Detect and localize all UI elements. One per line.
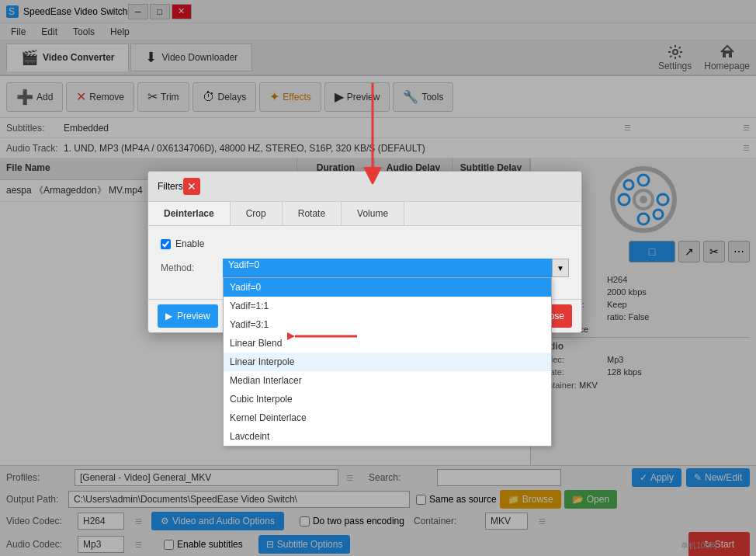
dropdown-item-yadif31[interactable]: Yadif=3:1 [224, 315, 551, 334]
modal-tab-crop[interactable]: Crop [231, 202, 283, 225]
modal-tab-deinterlace[interactable]: Deinterlace [148, 202, 231, 225]
method-label: Method: [161, 262, 223, 273]
modal-preview-label: Preview [177, 311, 210, 321]
modal-body: Enable Method: Yadif=0 ▼ Yadif=0 Yadif=1… [148, 226, 581, 299]
enable-label: Enable [175, 238, 204, 249]
modal-tab-rotate[interactable]: Rotate [283, 202, 342, 225]
dropdown-item-kernel-deinterlace[interactable]: Kernel Deinterlace [224, 408, 551, 427]
modal-tab-volume[interactable]: Volume [342, 202, 404, 225]
filters-modal: Filters ✕ Deinterlace Crop Rotate Volume… [147, 171, 582, 333]
modal-close-button[interactable]: ✕ [183, 178, 200, 195]
modal-overlay: Filters ✕ Deinterlace Crop Rotate Volume… [0, 0, 756, 556]
method-row: Method: Yadif=0 ▼ Yadif=0 Yadif=1:1 Yadi… [161, 259, 569, 277]
modal-tabs: Deinterlace Crop Rotate Volume [148, 202, 581, 226]
modal-preview-button[interactable]: ▶ Preview [158, 304, 218, 328]
dropdown-item-yadif11[interactable]: Yadif=1:1 [224, 297, 551, 315]
dropdown-item-linear-interpole[interactable]: Linear Interpole [224, 353, 551, 371]
enable-checkbox[interactable] [161, 239, 171, 249]
modal-header: Filters ✕ [148, 172, 581, 202]
method-dropdown-list: Yadif=0 Yadif=1:1 Yadif=3:1 Linear Blend… [223, 277, 552, 447]
dropdown-item-linear-blend[interactable]: Linear Blend [224, 334, 551, 353]
method-input[interactable]: Yadif=0 [223, 259, 552, 277]
modal-title: Filters [158, 181, 183, 192]
method-dropdown-arrow[interactable]: ▼ [552, 259, 569, 277]
dropdown-item-yadif0[interactable]: Yadif=0 [224, 278, 551, 297]
dropdown-item-median-interlacer[interactable]: Median Interlacer [224, 371, 551, 390]
modal-play-icon: ▶ [165, 311, 172, 321]
method-field: Yadif=0 ▼ Yadif=0 Yadif=1:1 Yadif=3:1 Li… [223, 259, 569, 277]
dropdown-item-cubic-interpole[interactable]: Cubic Interpole [224, 390, 551, 408]
enable-row: Enable [161, 238, 569, 249]
dropdown-item-lavcdeint[interactable]: Lavcdeint [224, 427, 551, 446]
